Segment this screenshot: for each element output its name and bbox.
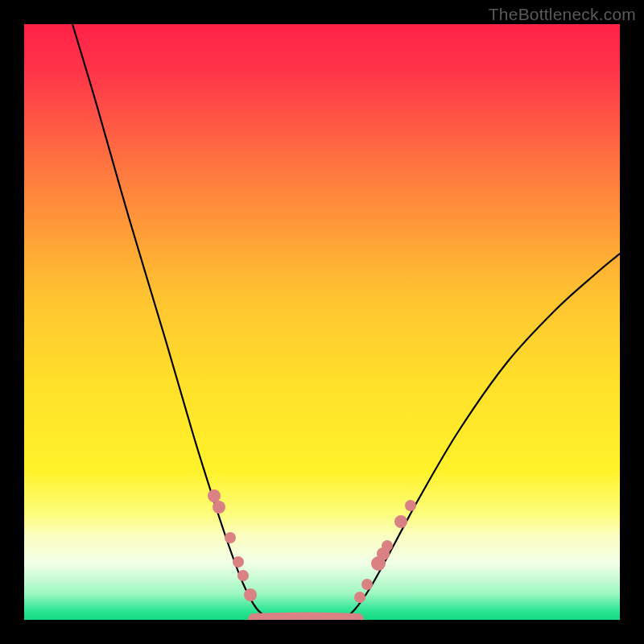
data-dot bbox=[394, 515, 407, 528]
left-curve bbox=[72, 24, 270, 620]
data-dot bbox=[244, 588, 257, 601]
data-dot bbox=[233, 556, 244, 568]
chart-stage: TheBottleneck.com bbox=[0, 0, 644, 644]
watermark-text: TheBottleneck.com bbox=[489, 5, 636, 24]
data-dot bbox=[208, 489, 221, 502]
data-dot bbox=[405, 500, 416, 511]
data-dot bbox=[354, 592, 365, 603]
data-dot bbox=[237, 570, 249, 581]
curve-layer bbox=[24, 24, 620, 620]
data-dot bbox=[213, 501, 225, 514]
data-dot bbox=[361, 579, 373, 590]
chart-frame bbox=[24, 24, 620, 620]
data-dots bbox=[208, 489, 416, 603]
floor-band bbox=[254, 618, 358, 620]
data-dot bbox=[382, 540, 393, 551]
bottleneck-curves bbox=[72, 24, 620, 620]
data-dot bbox=[225, 532, 236, 543]
